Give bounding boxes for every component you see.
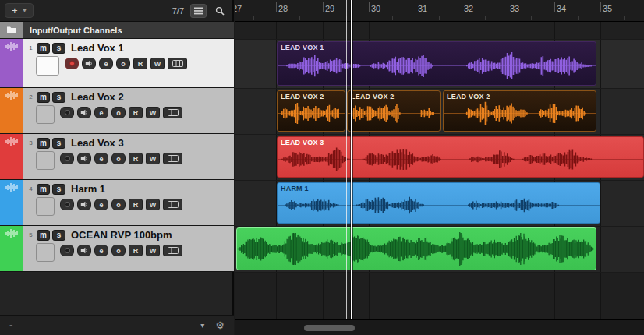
edit-channel-button[interactable]: e bbox=[99, 58, 113, 69]
solo-button[interactable]: s bbox=[52, 230, 65, 241]
edit-channel-button[interactable]: e bbox=[94, 107, 108, 118]
audio-clip-ocean-rvp[interactable] bbox=[236, 227, 596, 270]
solo-button[interactable]: s bbox=[52, 43, 65, 54]
read-automation-button[interactable]: R bbox=[129, 153, 143, 164]
audio-clip-harm-1[interactable]: HARM 1 bbox=[277, 182, 600, 224]
lanes-grid-icon bbox=[168, 247, 179, 254]
monitor-button[interactable] bbox=[77, 245, 91, 256]
lane-separator bbox=[235, 272, 644, 273]
monitor-button[interactable] bbox=[77, 153, 91, 164]
track-row-ocean-rvp[interactable]: 5 m s OCEAN RVP 100bpm e o R W bbox=[0, 226, 234, 272]
ruler-half-tick bbox=[624, 16, 625, 20]
ruler-label: 33 bbox=[510, 4, 519, 13]
record-enable-button[interactable] bbox=[60, 245, 74, 256]
audio-clip-lead-vox-1[interactable]: LEAD VOX 1 bbox=[277, 41, 596, 86]
track-row-lead-vox-2[interactable]: 2 m s Lead Vox 2 e o R W bbox=[0, 88, 234, 134]
speaker-icon bbox=[80, 201, 88, 208]
record-enable-button[interactable] bbox=[60, 107, 74, 118]
read-automation-button[interactable]: R bbox=[133, 58, 147, 69]
write-automation-button[interactable]: W bbox=[146, 245, 160, 256]
scrollbar-thumb[interactable] bbox=[304, 325, 355, 331]
playhead-cursor[interactable] bbox=[351, 0, 352, 319]
ruler-label: 27 bbox=[235, 4, 242, 13]
listen-button[interactable]: o bbox=[116, 58, 130, 69]
read-automation-button[interactable]: R bbox=[129, 107, 143, 118]
audio-clip-lead-vox-2b[interactable]: LEAD VOX 2 bbox=[347, 90, 441, 132]
ruler-tick bbox=[554, 2, 555, 12]
mute-button[interactable]: m bbox=[37, 230, 50, 241]
audio-waveform-icon bbox=[5, 137, 18, 146]
clip-name: LEAD VOX 2 bbox=[351, 93, 395, 100]
add-track-button[interactable]: + ▾ bbox=[5, 3, 34, 18]
solo-button[interactable]: s bbox=[52, 138, 65, 149]
track-body: 3 m s Lead Vox 3 e o R W bbox=[23, 134, 234, 179]
track-number: 4 bbox=[27, 185, 34, 192]
track-body: 4 m s Harm 1 e o R W bbox=[23, 180, 234, 225]
lanes-button[interactable] bbox=[163, 107, 182, 118]
write-automation-button[interactable]: W bbox=[146, 153, 160, 164]
track-row-harm-1[interactable]: 4 m s Harm 1 e o R W bbox=[0, 180, 234, 226]
solo-button[interactable]: s bbox=[52, 92, 65, 103]
record-dot-icon bbox=[65, 248, 70, 253]
lane-separator bbox=[235, 226, 644, 227]
record-enable-button[interactable] bbox=[65, 58, 79, 69]
monitor-button[interactable] bbox=[77, 107, 91, 118]
lanes-grid-icon bbox=[168, 155, 179, 162]
ruler-half-tick bbox=[578, 16, 579, 20]
lanes-button[interactable] bbox=[163, 199, 182, 210]
audio-clip-lead-vox-2c[interactable]: LEAD VOX 2 bbox=[443, 90, 596, 132]
waveform bbox=[444, 98, 596, 129]
monitor-button[interactable] bbox=[82, 58, 96, 69]
listen-button[interactable]: o bbox=[111, 153, 126, 164]
timeline-ruler[interactable]: 27 28 29 30 31 32 33 34 35 bbox=[235, 0, 644, 22]
io-channels-row[interactable]: Input/Output Channels bbox=[0, 22, 234, 39]
track-visibility-button[interactable] bbox=[190, 4, 207, 18]
ruler-half-tick bbox=[392, 16, 393, 20]
record-enable-button[interactable] bbox=[60, 153, 74, 164]
collapse-indicator[interactable]: - bbox=[9, 319, 12, 331]
edit-channel-button[interactable]: e bbox=[94, 199, 108, 210]
mute-button[interactable]: m bbox=[37, 92, 50, 103]
monitor-button[interactable] bbox=[77, 199, 91, 210]
track-meter-box bbox=[36, 56, 59, 76]
lanes-button[interactable] bbox=[163, 153, 182, 164]
mute-button[interactable]: m bbox=[37, 138, 50, 149]
waveform bbox=[278, 98, 345, 129]
track-body: 5 m s OCEAN RVP 100bpm e o R W bbox=[23, 226, 234, 271]
write-automation-button[interactable]: W bbox=[150, 58, 165, 69]
listen-button[interactable]: o bbox=[111, 245, 126, 256]
read-automation-button[interactable]: R bbox=[129, 245, 143, 256]
clip-name: HARM 1 bbox=[281, 185, 309, 192]
edit-channel-button[interactable]: e bbox=[94, 245, 108, 256]
read-automation-button[interactable]: R bbox=[129, 199, 143, 210]
clip-name: LEAD VOX 3 bbox=[281, 139, 324, 146]
mute-button[interactable]: m bbox=[37, 184, 50, 195]
track-name: OCEAN RVP 100bpm bbox=[71, 229, 172, 241]
audio-clip-lead-vox-3[interactable]: LEAD VOX 3 bbox=[277, 136, 644, 178]
track-row-lead-vox-3[interactable]: 3 m s Lead Vox 3 e o R W bbox=[0, 134, 234, 180]
track-row-lead-vox-1[interactable]: 1 m s Lead Vox 1 e o R W bbox=[0, 39, 234, 88]
edit-channel-button[interactable]: e bbox=[94, 153, 108, 164]
listen-button[interactable]: o bbox=[111, 199, 126, 210]
chevron-down-icon[interactable]: ▾ bbox=[200, 321, 204, 330]
ruler-tick bbox=[369, 2, 370, 12]
search-button[interactable] bbox=[211, 4, 228, 18]
search-icon bbox=[215, 6, 225, 16]
waveform bbox=[278, 190, 600, 220]
ruler-tick bbox=[416, 2, 416, 12]
solo-button[interactable]: s bbox=[52, 184, 65, 195]
audio-waveform-icon bbox=[5, 229, 18, 238]
ruler-tick bbox=[276, 2, 277, 12]
audio-clip-lead-vox-2a[interactable]: LEAD VOX 2 bbox=[277, 90, 345, 132]
write-automation-button[interactable]: W bbox=[146, 107, 160, 118]
listen-button[interactable]: o bbox=[111, 107, 126, 118]
lanes-button[interactable] bbox=[163, 245, 182, 256]
record-enable-button[interactable] bbox=[60, 199, 74, 210]
folder-icon bbox=[0, 22, 23, 38]
lanes-button[interactable] bbox=[168, 58, 187, 69]
horizontal-scrollbar[interactable] bbox=[235, 319, 644, 335]
track-meter-box bbox=[36, 243, 55, 262]
write-automation-button[interactable]: W bbox=[146, 199, 160, 210]
mute-button[interactable]: m bbox=[37, 43, 50, 54]
settings-gear-icon[interactable]: ⚙ bbox=[215, 319, 225, 331]
